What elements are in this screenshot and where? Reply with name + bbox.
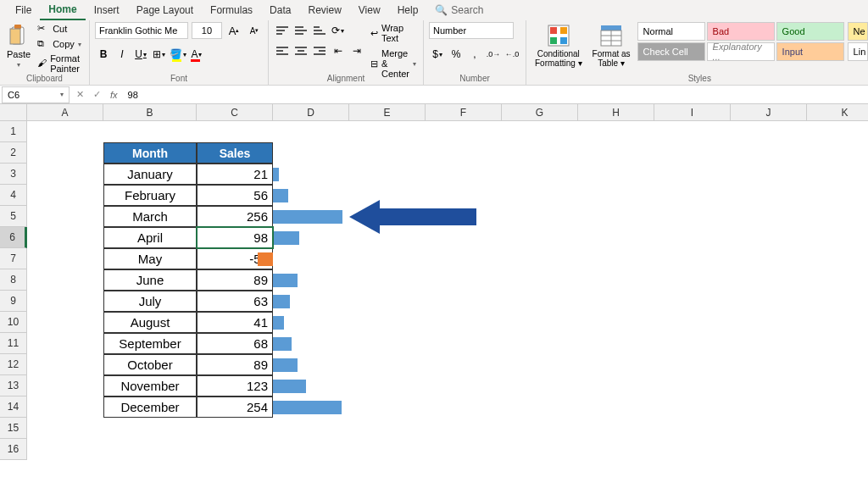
- tab-data[interactable]: Data: [261, 1, 299, 19]
- cell-style-explanatory-[interactable]: Explanatory ...: [707, 42, 775, 61]
- italic-button[interactable]: I: [114, 46, 131, 63]
- cancel-formula-button[interactable]: ✕: [71, 89, 88, 100]
- copy-button[interactable]: ⧉ Copy ▾: [36, 37, 84, 51]
- row-header-14[interactable]: 14: [0, 396, 27, 418]
- paste-button[interactable]: Paste ▾: [5, 22, 32, 70]
- decrease-font-button[interactable]: A▾: [246, 22, 263, 39]
- align-right-button[interactable]: [311, 42, 328, 59]
- increase-font-button[interactable]: A▴: [225, 22, 242, 39]
- align-top-button[interactable]: [274, 22, 291, 39]
- tab-review[interactable]: Review: [299, 1, 349, 19]
- align-middle-button[interactable]: [292, 22, 309, 39]
- row-header-2[interactable]: 2: [0, 142, 27, 164]
- row-header-5[interactable]: 5: [0, 206, 27, 227]
- column-header-C[interactable]: C: [197, 104, 273, 121]
- conditional-formatting-button[interactable]: Conditional Formatting ▾: [531, 22, 586, 69]
- cell-style-good[interactable]: Good: [776, 22, 844, 41]
- row-header-16[interactable]: 16: [0, 439, 27, 460]
- table-row-month[interactable]: April: [103, 227, 197, 248]
- table-row-sales[interactable]: 89: [197, 269, 273, 291]
- row-header-6[interactable]: 6: [0, 227, 27, 248]
- cell-styles-gallery[interactable]: NormalBadGoodCheck CellExplanatory ...In…: [637, 22, 844, 61]
- align-center-button[interactable]: [292, 42, 309, 59]
- decrease-decimal-button[interactable]: ←.0: [504, 46, 520, 63]
- row-header-1[interactable]: 1: [0, 121, 27, 142]
- comma-button[interactable]: ,: [466, 46, 483, 63]
- table-row-month[interactable]: February: [103, 185, 197, 206]
- table-row-month[interactable]: March: [103, 206, 197, 227]
- formula-input[interactable]: [123, 90, 868, 100]
- tab-view[interactable]: View: [350, 1, 389, 19]
- column-header-F[interactable]: F: [426, 104, 502, 121]
- table-row-sales[interactable]: 89: [197, 354, 273, 375]
- number-format-select[interactable]: [429, 22, 514, 39]
- row-header-9[interactable]: 9: [0, 291, 27, 312]
- format-painter-button[interactable]: 🖌 Format Painter: [36, 53, 84, 75]
- table-row-sales[interactable]: 256: [197, 206, 273, 227]
- row-header-8[interactable]: 8: [0, 269, 27, 291]
- table-row-month[interactable]: January: [103, 164, 197, 185]
- cut-button[interactable]: ✂ Cut: [36, 22, 84, 36]
- column-header-E[interactable]: E: [349, 104, 426, 121]
- tab-help[interactable]: Help: [389, 1, 427, 19]
- currency-button[interactable]: $▾: [429, 46, 446, 63]
- table-row-month[interactable]: May: [103, 248, 197, 269]
- table-row-sales[interactable]: 41: [197, 312, 273, 333]
- column-header-B[interactable]: B: [103, 104, 197, 121]
- row-header-10[interactable]: 10: [0, 312, 27, 333]
- column-header-A[interactable]: A: [27, 104, 103, 121]
- align-left-button[interactable]: [274, 42, 291, 59]
- table-row-month[interactable]: September: [103, 333, 197, 354]
- align-bottom-button[interactable]: [311, 22, 328, 39]
- tab-home[interactable]: Home: [40, 0, 85, 20]
- table-header-sales[interactable]: Sales: [197, 142, 273, 164]
- row-header-7[interactable]: 7: [0, 248, 27, 269]
- format-as-table-button[interactable]: Format as Table ▾: [589, 22, 634, 69]
- cell-style-normal[interactable]: Normal: [637, 22, 705, 41]
- table-header-month[interactable]: Month: [103, 142, 197, 164]
- table-row-month[interactable]: August: [103, 312, 197, 333]
- cell-style-input[interactable]: Input: [776, 42, 844, 61]
- table-row-month[interactable]: June: [103, 269, 197, 291]
- tab-file[interactable]: File: [7, 1, 40, 19]
- column-header-G[interactable]: G: [502, 104, 578, 121]
- row-header-13[interactable]: 13: [0, 375, 27, 396]
- increase-indent-button[interactable]: ⇥: [348, 42, 365, 59]
- row-header-3[interactable]: 3: [0, 164, 27, 185]
- spreadsheet-grid[interactable]: ABCDEFGHIJK 12345678910111213141516 Mont…: [0, 104, 868, 488]
- cell-style-bad[interactable]: Bad: [707, 22, 775, 41]
- table-row-sales[interactable]: 68: [197, 333, 273, 354]
- table-row-sales[interactable]: 63: [197, 291, 273, 312]
- wrap-text-button[interactable]: ↩ Wrap Text: [369, 22, 418, 44]
- table-row-month[interactable]: December: [103, 396, 197, 418]
- column-header-I[interactable]: I: [654, 104, 731, 121]
- increase-decimal-button[interactable]: .0→: [485, 46, 502, 63]
- cell-style-extra[interactable]: Ne: [848, 22, 868, 41]
- column-header-H[interactable]: H: [578, 104, 654, 121]
- row-header-11[interactable]: 11: [0, 333, 27, 354]
- tab-page-layout[interactable]: Page Layout: [128, 1, 202, 19]
- bold-button[interactable]: B: [95, 46, 112, 63]
- column-header-D[interactable]: D: [273, 104, 349, 121]
- percent-button[interactable]: %: [448, 46, 465, 63]
- font-color-button[interactable]: A▾: [188, 46, 205, 63]
- table-row-sales[interactable]: 123: [197, 375, 273, 396]
- row-header-4[interactable]: 4: [0, 185, 27, 206]
- fx-icon[interactable]: fx: [105, 90, 123, 100]
- column-header-K[interactable]: K: [807, 104, 868, 121]
- row-header-15[interactable]: 15: [0, 418, 27, 439]
- table-row-month[interactable]: July: [103, 291, 197, 312]
- table-row-sales[interactable]: 21: [197, 164, 273, 185]
- row-header-12[interactable]: 12: [0, 354, 27, 375]
- search-box[interactable]: 🔍 Search: [426, 1, 492, 19]
- fill-color-button[interactable]: 🪣▾: [170, 46, 186, 63]
- underline-button[interactable]: U▾: [132, 46, 149, 63]
- table-row-month[interactable]: November: [103, 375, 197, 396]
- border-button[interactable]: ⊞▾: [151, 46, 168, 63]
- font-name-select[interactable]: [95, 22, 188, 39]
- name-box[interactable]: C6 ▾: [2, 86, 70, 103]
- table-row-month[interactable]: October: [103, 354, 197, 375]
- table-row-sales[interactable]: 98: [197, 227, 273, 248]
- orientation-button[interactable]: ⟳▾: [330, 22, 347, 39]
- tab-insert[interactable]: Insert: [86, 1, 128, 19]
